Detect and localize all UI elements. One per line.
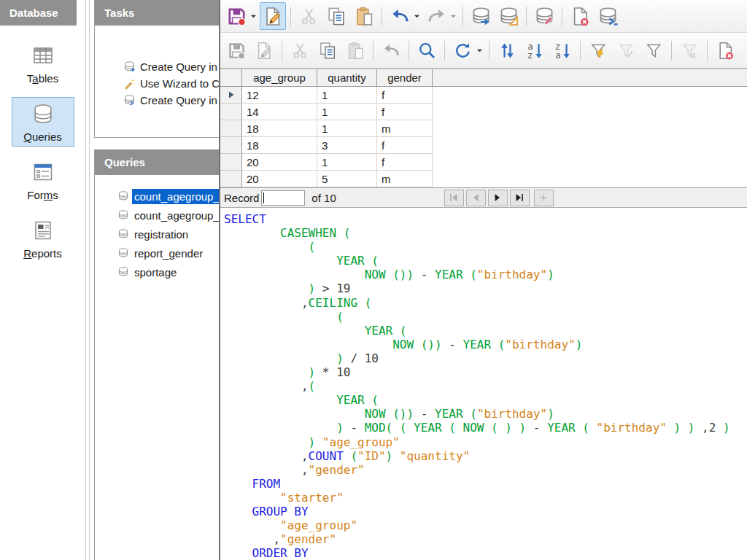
sort-ascending-icon: az: [525, 41, 545, 61]
column-header-age_group[interactable]: age_group: [242, 69, 317, 86]
edit-record-icon: [255, 41, 274, 61]
copy-data-button[interactable]: [314, 36, 341, 64]
task-item-label: Use Wizard to Cre: [140, 77, 219, 90]
edit-query-icon: [534, 6, 555, 27]
row-header[interactable]: [220, 87, 242, 104]
sort-descending-button[interactable]: za: [549, 36, 576, 64]
design-view-button[interactable]: [495, 2, 522, 30]
find-record-button[interactable]: [414, 36, 440, 64]
sort-button[interactable]: [494, 36, 520, 64]
cell-gender[interactable]: m: [377, 120, 433, 137]
record-number-input[interactable]: [261, 190, 305, 206]
sidebar-item-forms[interactable]: Forms: [12, 155, 74, 205]
cut-data-button: [287, 36, 313, 64]
apply-filter-button: [613, 36, 639, 64]
cell-quantity[interactable]: 1: [317, 87, 377, 104]
grid-header-row: age_groupquantitygender: [220, 69, 747, 87]
cell-gender[interactable]: f: [377, 154, 433, 171]
query-item[interactable]: sportage: [95, 262, 219, 281]
cut-icon: [298, 6, 320, 27]
task-item-label: Create Query in D: [140, 61, 219, 73]
cell-age_group[interactable]: 20: [242, 154, 317, 171]
sort-ascending-button[interactable]: az: [522, 36, 548, 64]
result-grid: age_groupquantitygender 121f141f181m183f…: [220, 69, 747, 187]
copy-data-icon: [318, 41, 338, 61]
clear-query-button[interactable]: [567, 2, 593, 30]
sql-line: YEAR (: [224, 324, 747, 338]
grid-corner-cell[interactable]: [220, 69, 242, 86]
last-record-button[interactable]: [510, 190, 530, 206]
cell-age_group[interactable]: 12: [242, 87, 317, 104]
sql-line: SELECT: [224, 212, 747, 226]
row-header[interactable]: [220, 154, 242, 171]
sql-line: NOW ()) - YEAR ("birthday"): [224, 407, 747, 421]
row-header[interactable]: [220, 171, 242, 187]
undo-button[interactable]: [387, 2, 413, 30]
cell-gender[interactable]: f: [377, 104, 433, 120]
query-item[interactable]: registration: [95, 225, 219, 244]
query-item[interactable]: count_agegroup_: [95, 187, 219, 206]
sql-editor[interactable]: SELECT CASEWHEN ( ( YEAR ( NOW ()) - YEA…: [220, 209, 747, 560]
cell-quantity[interactable]: 1: [317, 154, 377, 171]
cell-quantity[interactable]: 3: [317, 137, 377, 154]
column-header-quantity[interactable]: quantity: [317, 69, 377, 86]
query-item[interactable]: report_gender: [95, 244, 219, 262]
cell-gender[interactable]: f: [377, 87, 433, 104]
cell-age_group[interactable]: 14: [242, 104, 317, 120]
sidebar-item-label: Reports: [12, 247, 74, 260]
cell-age_group[interactable]: 20: [242, 171, 317, 187]
pane-splitter[interactable]: [85, 0, 90, 560]
query-icon: [117, 209, 129, 221]
reset-filter-button: [676, 36, 703, 64]
sql-mode-button[interactable]: [595, 2, 621, 30]
sidebar-item-queries[interactable]: Queries: [12, 97, 74, 147]
task-item[interactable]: Use Wizard to Cre: [95, 75, 219, 92]
paste-data-button: [342, 36, 368, 64]
toolbar-separator: [290, 7, 291, 26]
row-header[interactable]: [220, 120, 242, 137]
row-header[interactable]: [220, 104, 242, 120]
paste-button[interactable]: [351, 2, 377, 30]
text-caret: [263, 192, 264, 203]
dbsqltask-icon: [123, 94, 136, 106]
cell-quantity[interactable]: 1: [317, 120, 377, 137]
sidebar-item-tables[interactable]: Tables: [12, 39, 74, 88]
refresh-dropdown[interactable]: [476, 48, 483, 53]
edit-data-button[interactable]: [260, 2, 286, 30]
delete-record-button[interactable]: [712, 36, 738, 64]
sidebar-item-reports[interactable]: Reports: [12, 214, 74, 263]
query-item[interactable]: count_agegroup_: [95, 206, 219, 225]
refresh-button[interactable]: [449, 36, 476, 64]
toolbar-separator: [526, 7, 527, 26]
cell-gender[interactable]: f: [377, 137, 433, 154]
cell-quantity[interactable]: 1: [317, 104, 377, 120]
record-nav-buttons: [444, 190, 556, 206]
cell-age_group[interactable]: 18: [242, 137, 317, 154]
standard-filter-button[interactable]: [640, 36, 667, 64]
redo-dropdown[interactable]: [450, 14, 457, 19]
record-navigation-bar: Record of 10: [220, 187, 747, 208]
next-record-button[interactable]: [488, 190, 508, 206]
task-item[interactable]: Create Query in D: [95, 58, 219, 75]
cell-quantity[interactable]: 5: [317, 171, 377, 187]
first-record-icon: [449, 192, 459, 204]
save-dropdown[interactable]: [250, 14, 257, 19]
edit-query-button[interactable]: [531, 2, 557, 30]
query-icon: [117, 190, 129, 202]
column-header-gender[interactable]: gender: [377, 69, 433, 86]
run-query-button[interactable]: [468, 2, 494, 30]
save-button[interactable]: [223, 2, 249, 30]
task-item[interactable]: Create Query in S: [95, 92, 219, 109]
previous-record-icon: [471, 192, 481, 204]
tasks-panel-title: Tasks: [95, 0, 219, 26]
edit-data-icon: [263, 6, 284, 27]
copy-button[interactable]: [323, 2, 349, 30]
sort-icon: [498, 41, 517, 61]
cell-age_group[interactable]: 18: [242, 120, 317, 137]
clear-query-icon: [570, 6, 591, 27]
undo-dropdown[interactable]: [414, 14, 420, 19]
cell-gender[interactable]: m: [377, 171, 433, 187]
sql-line: YEAR (: [224, 393, 747, 407]
row-header[interactable]: [220, 137, 242, 154]
autofilter-button[interactable]: [585, 36, 611, 64]
